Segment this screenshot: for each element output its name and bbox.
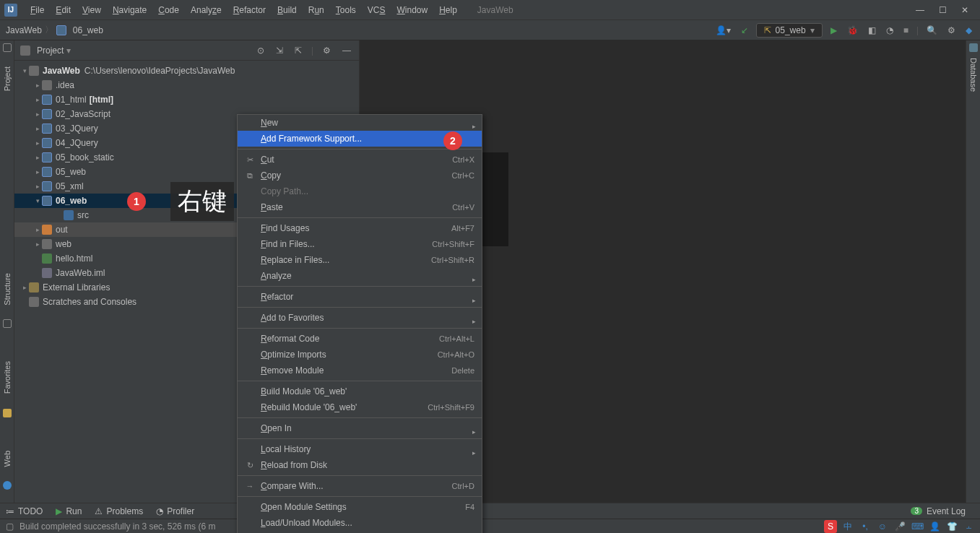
gutter-database-tab[interactable]: Database — [968, 52, 979, 98]
back-icon[interactable]: ↙ — [739, 25, 750, 35]
context-menu-item[interactable]: New — [238, 115, 482, 131]
gutter-project-tab[interactable]: Project — [1, 61, 13, 97]
menu-file[interactable]: File — [25, 5, 50, 15]
window-minimize-icon[interactable]: — — [916, 5, 924, 15]
tree-item-01html[interactable]: 01_html[html] — [14, 92, 359, 107]
gutter-web-tab[interactable]: Web — [1, 445, 13, 472]
search-icon[interactable]: 🔍 — [924, 25, 940, 35]
context-menu-item-label: Open In — [261, 423, 292, 433]
iml-file-icon — [42, 268, 52, 278]
settings-icon[interactable]: ⚙ — [945, 25, 958, 35]
menu-edit[interactable]: Edit — [50, 5, 77, 15]
run-config-selector[interactable]: ⇱ 05_web ▾ — [756, 23, 823, 38]
context-menu-item[interactable]: Build Module '06_web' — [238, 384, 482, 399]
context-menu-item[interactable]: Open Module SettingsF4 — [238, 499, 482, 515]
menu-navigate[interactable]: Navigate — [107, 5, 152, 15]
context-menu-item[interactable]: →Compare With...Ctrl+D — [238, 478, 482, 494]
tab-run[interactable]: ▶Run — [56, 506, 82, 516]
locate-icon[interactable]: ⊙ — [255, 46, 266, 56]
context-menu-item[interactable]: Reformat CodeCtrl+Alt+L — [238, 331, 482, 347]
window-maximize-icon[interactable]: ☐ — [939, 5, 947, 15]
breadcrumb-module[interactable]: 06_web — [73, 25, 103, 35]
ime-user-icon[interactable]: 👤 — [928, 520, 941, 533]
context-menu-item-label: Rebuild Module '06_web' — [261, 402, 357, 412]
ime-icon[interactable]: S — [824, 520, 837, 533]
menu-build[interactable]: Build — [272, 5, 303, 15]
menu-help[interactable]: Help — [433, 5, 463, 15]
stop-icon[interactable]: ■ — [901, 25, 911, 35]
collapse-all-icon[interactable]: ⇱ — [292, 46, 304, 56]
gutter-database-icon[interactable] — [969, 43, 978, 52]
context-menu-item[interactable]: Remove ModuleDelete — [238, 363, 482, 378]
coverage-icon[interactable]: ◧ — [866, 25, 878, 35]
ime-skin-icon[interactable]: 👕 — [945, 520, 958, 533]
run-icon[interactable]: ▶ — [828, 25, 839, 35]
folder-icon — [42, 239, 52, 249]
ime-keyboard-icon[interactable]: ⌨ — [911, 520, 924, 533]
menu-window[interactable]: Window — [391, 5, 433, 15]
status-bar-icon[interactable]: ▢ — [6, 521, 14, 532]
window-close-icon[interactable]: ✕ — [961, 5, 968, 15]
menu-run[interactable]: Run — [303, 5, 330, 15]
menu-code[interactable]: Code — [152, 5, 185, 15]
context-menu-item-label: Find Usages — [261, 223, 309, 233]
tree-item-idea[interactable]: .idea — [14, 78, 359, 92]
profile-icon[interactable]: ◔ — [884, 25, 896, 35]
tab-profiler[interactable]: ◔Profiler — [156, 506, 194, 516]
context-menu-separator — [238, 307, 482, 308]
chevron-down-icon[interactable]: ▾ — [66, 46, 71, 56]
breadcrumb[interactable]: JavaWeb 〉 06_web — [6, 24, 103, 36]
menu-vcs[interactable]: VCS — [362, 5, 391, 15]
project-panel-header: Project ▾ ⊙ ⇲ ⇱ | ⚙ — — [14, 40, 359, 61]
tree-root[interactable]: JavaWeb C:\Users\lenovo\IdeaProjects\Jav… — [14, 64, 359, 78]
context-menu-item[interactable]: Replace in Files...Ctrl+Shift+R — [238, 252, 482, 268]
ime-mic-icon[interactable]: 🎤 — [893, 520, 906, 533]
ime-lang-icon[interactable]: 中 — [841, 520, 854, 533]
project-panel-title[interactable]: Project — [37, 46, 64, 56]
event-log-tab[interactable]: 3 Event Log — [911, 506, 966, 516]
context-menu-item[interactable]: Local History — [238, 441, 482, 457]
ime-punct-icon[interactable]: •, — [859, 520, 872, 533]
expand-all-icon[interactable]: ⇲ — [274, 46, 285, 56]
user-icon[interactable]: 👤▾ — [714, 25, 733, 35]
gutter-structure-icon[interactable] — [3, 319, 12, 328]
context-menu-item[interactable]: Refactor — [238, 289, 482, 305]
context-menu-item[interactable]: Add to Favorites — [238, 310, 482, 326]
context-menu-shortcut: Ctrl+V — [452, 203, 474, 212]
context-menu-item[interactable]: Optimize ImportsCtrl+Alt+O — [238, 347, 482, 363]
status-message: Build completed successfully in 3 sec, 5… — [19, 521, 215, 532]
context-menu-item[interactable]: Load/Unload Modules... — [238, 515, 482, 531]
context-menu-item-label: Local History — [261, 444, 311, 454]
context-menu-item[interactable]: PasteCtrl+V — [238, 199, 482, 215]
context-menu-item[interactable]: Find UsagesAlt+F7 — [238, 220, 482, 236]
annotation-circle-1: 1 — [127, 192, 146, 211]
gutter-favorites-tab[interactable]: Favorites — [1, 355, 13, 399]
gutter-project-icon[interactable] — [3, 43, 12, 52]
debug-icon[interactable]: 🐞 — [845, 25, 860, 35]
context-menu-item[interactable]: Find in Files...Ctrl+Shift+F — [238, 236, 482, 252]
sync-icon[interactable]: ◆ — [963, 25, 974, 35]
gutter-web-icon[interactable] — [3, 481, 12, 490]
context-menu-item[interactable]: Analyze — [238, 268, 482, 284]
menu-analyze[interactable]: Analyze — [185, 5, 227, 15]
gutter-favorites-icon[interactable] — [3, 409, 12, 417]
context-menu-item[interactable]: ⧉CopyCtrl+C — [238, 168, 482, 183]
ime-emoji-icon[interactable]: ☺ — [876, 520, 889, 533]
menu-view[interactable]: View — [77, 5, 107, 15]
context-menu-item[interactable]: Open In — [238, 420, 482, 436]
breadcrumb-root[interactable]: JavaWeb — [6, 25, 42, 35]
tab-todo[interactable]: ≔TODO — [6, 506, 43, 516]
gutter-structure-tab[interactable]: Structure — [1, 267, 13, 311]
context-menu-item[interactable]: Copy Path... — [238, 183, 482, 199]
tab-problems[interactable]: ⚠Problems — [95, 506, 143, 516]
menu-refactor[interactable]: Refactor — [227, 5, 272, 15]
context-menu-item[interactable]: ✂CutCtrl+X — [238, 152, 482, 168]
gear-icon[interactable]: ⚙ — [321, 46, 333, 56]
breadcrumb-sep-icon: 〉 — [45, 24, 53, 36]
context-menu-item[interactable]: ↻Reload from Disk — [238, 457, 482, 473]
tree-label: .idea — [56, 80, 74, 90]
hide-icon[interactable]: — — [340, 46, 353, 56]
menu-tools[interactable]: Tools — [330, 5, 362, 15]
context-menu-item[interactable]: Rebuild Module '06_web'Ctrl+Shift+F9 — [238, 399, 482, 415]
ime-toolbox-icon[interactable]: ⫠ — [963, 520, 976, 533]
